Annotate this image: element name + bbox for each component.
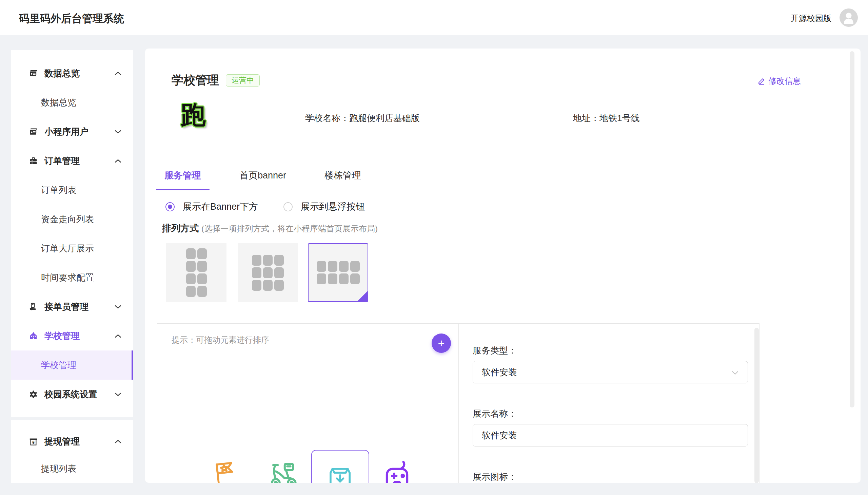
flag-star-icon[interactable] (208, 457, 241, 483)
status-badge: 运营中 (226, 74, 260, 86)
school-address-label: 地址： (573, 113, 600, 123)
chevron-up-icon (114, 334, 122, 338)
grid-3x3-preview (252, 255, 284, 291)
sidebar-item-label: 接单员管理 (45, 301, 88, 313)
main-scrollbar[interactable] (850, 51, 854, 408)
chevron-down-icon (114, 392, 122, 397)
layout-option-2x4[interactable] (166, 243, 227, 302)
display-icon-label: 展示图标： (473, 471, 517, 483)
chevron-down-icon (731, 367, 739, 378)
sidebar-item-order-hall-display[interactable]: 订单大厅展示 (11, 234, 133, 263)
hand-phone-icon (29, 302, 38, 311)
user-avatar[interactable] (839, 8, 858, 27)
tab-home-banner[interactable]: 首页banner (231, 160, 295, 190)
service-type-value: 软件安装 (482, 366, 517, 378)
sidebar-item-label: 订单列表 (41, 184, 76, 196)
sidebar-item-courier-management[interactable]: 接单员管理 (11, 292, 133, 321)
sidebar-item-school-management[interactable]: 学校管理 (11, 321, 133, 351)
app-title: 码里码外后台管理系统 (19, 12, 124, 26)
sidebar-item-school-management-sub[interactable]: 学校管理 (11, 351, 133, 380)
edit-info-label: 修改信息 (768, 76, 801, 86)
id-cards-icon (29, 127, 38, 136)
sidebar: 数据总览 数据总览 小程序用户 订单管理 订单列表 资金走向列表 订单大厅展示 … (11, 50, 133, 417)
tabs-bar: 服务管理 首页banner 楼栋管理 (145, 160, 851, 190)
chevron-down-icon (114, 305, 122, 309)
service-type-label: 服务类型： (473, 345, 517, 357)
radio-banner-below-label: 展示在Banner下方 (183, 201, 258, 213)
school-address: 地址：地铁1号线 (573, 112, 639, 124)
school-icon (29, 331, 38, 341)
box-download-icon[interactable] (325, 459, 355, 483)
layout-option-4x2-selected[interactable] (308, 243, 368, 302)
school-logo: 跑 (178, 99, 209, 131)
layout-option-3x3[interactable] (238, 243, 298, 302)
chevron-up-icon (114, 159, 122, 163)
sidebar-item-label: 提现列表 (41, 463, 76, 475)
sidebar-item-label: 数据总览 (45, 68, 80, 80)
game-controller-icon[interactable] (382, 459, 412, 483)
sidebar-item-label: 数据总览 (41, 97, 76, 108)
grid-2x4-preview (186, 248, 207, 297)
school-address-value: 地铁1号线 (600, 113, 639, 123)
sidebar-item-label: 学校管理 (41, 359, 76, 371)
chevron-up-icon (114, 71, 122, 76)
sidebar-item-label: 订单管理 (45, 155, 80, 167)
sidebar-item-data-overview[interactable]: 数据总览 (11, 59, 133, 88)
edit-info-link[interactable]: 修改信息 (758, 76, 801, 86)
sidebar-item-miniprogram-users[interactable]: 小程序用户 (11, 117, 133, 146)
sidebar-item-withdrawal-management[interactable]: ¥ 提现管理 (11, 428, 133, 455)
briefcase-icon (29, 156, 38, 166)
sidebar-item-label: 校园系统设置 (45, 389, 97, 400)
service-type-select[interactable]: 软件安装 (473, 361, 748, 383)
pencil-icon (758, 77, 766, 85)
arrangement-hint: (选择一项排列方式，将在小程序端首页展示布局) (201, 224, 378, 233)
school-name-value: 跑腿便利店基础版 (349, 113, 420, 123)
sidebar-item-order-list[interactable]: 订单列表 (11, 175, 133, 205)
sidebar-item-time-requirement-config[interactable]: 时间要求配置 (11, 263, 133, 292)
sidebar-item-order-management[interactable]: 订单管理 (11, 146, 133, 175)
chevron-up-icon (114, 439, 122, 444)
sidebar-item-label: 订单大厅展示 (41, 243, 94, 254)
service-editor-section: 提示：可拖动元素进行排序 + (157, 323, 760, 483)
chevron-down-icon (114, 130, 122, 134)
arrangement-label: 排列方式 (162, 223, 199, 234)
display-name-input[interactable] (473, 424, 748, 446)
display-name-label: 展示名称： (473, 408, 517, 420)
add-service-button[interactable]: + (432, 334, 451, 353)
version-label: 开源校园版 (791, 13, 831, 24)
radio-floating-button[interactable] (283, 202, 293, 211)
sidebar-item-label: 提现管理 (45, 436, 80, 447)
display-position-radio-group: 展示在Banner下方 展示到悬浮按钮 (165, 201, 365, 213)
gear-icon (29, 390, 38, 399)
section-divider (458, 324, 459, 483)
arrangement-row: 排列方式(选择一项排列方式，将在小程序端首页展示布局) (162, 222, 378, 235)
id-cards-icon (29, 69, 38, 78)
top-header: 码里码外后台管理系统 开源校园版 (0, 0, 868, 35)
tab-building-management[interactable]: 楼栋管理 (316, 160, 370, 190)
sidebar-item-label: 小程序用户 (45, 126, 88, 138)
delivery-scooter-icon[interactable] (268, 459, 299, 483)
sidebar-item-withdrawal-list[interactable]: 提现列表 (11, 455, 133, 482)
page-title: 学校管理 (172, 72, 219, 88)
user-icon (839, 8, 858, 27)
school-name: 学校名称：跑腿便利店基础版 (305, 112, 420, 124)
sidebar-item-label: 资金走向列表 (41, 214, 94, 225)
main-content: 学校管理 运营中 修改信息 跑 学校名称：跑腿便利店基础版 地址：地铁1号线 服… (145, 49, 861, 483)
sidebar-secondary: ¥ 提现管理 提现列表 (11, 420, 133, 483)
radio-banner-below[interactable] (165, 202, 175, 211)
sidebar-item-funds-flow-list[interactable]: 资金走向列表 (11, 205, 133, 234)
drag-hint: 提示：可拖动元素进行排序 (172, 335, 269, 345)
svg-text:¥: ¥ (32, 440, 35, 444)
radio-floating-button-label: 展示到悬浮按钮 (301, 201, 365, 213)
sidebar-item-label: 学校管理 (45, 330, 80, 342)
sidebar-item-label: 时间要求配置 (41, 272, 94, 284)
form-scrollbar[interactable] (755, 328, 759, 483)
sidebar-item-campus-system-settings[interactable]: 校园系统设置 (11, 380, 133, 409)
grid-4x2-preview (317, 261, 360, 284)
tab-service-management[interactable]: 服务管理 (156, 160, 210, 190)
atm-withdraw-icon: ¥ (29, 437, 38, 446)
sidebar-item-data-overview-sub[interactable]: 数据总览 (11, 88, 133, 117)
school-name-label: 学校名称： (305, 113, 349, 123)
